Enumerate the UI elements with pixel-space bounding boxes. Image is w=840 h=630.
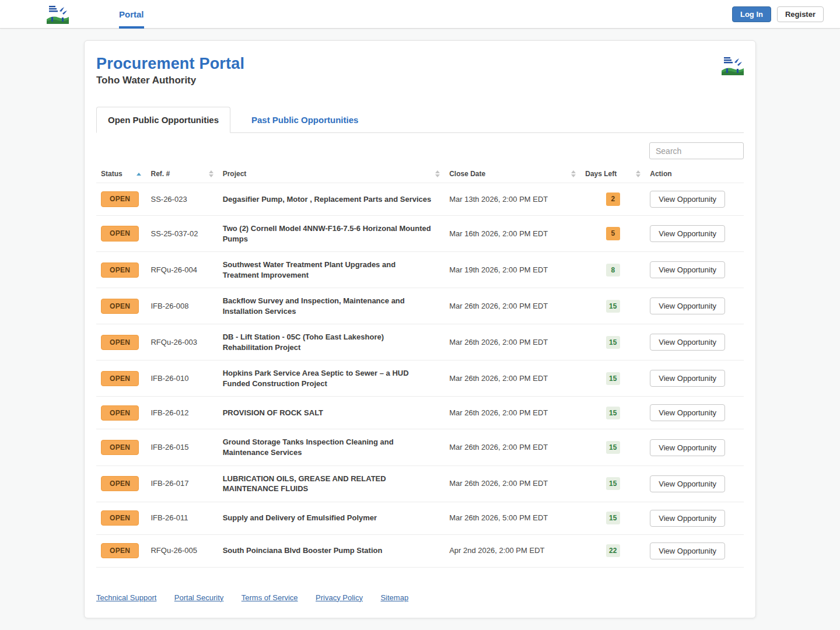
project-cell: Supply and Delivery of Emulsified Polyme… — [218, 502, 445, 534]
days-left-cell: 22 — [580, 534, 645, 567]
status-cell: OPEN — [96, 324, 146, 360]
view-opportunity-button[interactable]: View Opportunity — [650, 298, 725, 314]
sort-both-icon — [205, 170, 214, 177]
column-label: Ref. # — [150, 170, 170, 178]
opportunity-row: OPEN IFB-26-008 Backflow Survey and Insp… — [96, 288, 744, 324]
action-cell: View Opportunity — [645, 534, 744, 567]
status-badge: OPEN — [101, 191, 139, 206]
view-opportunity-button[interactable]: View Opportunity — [650, 439, 725, 456]
days-left-cell: 15 — [580, 288, 645, 324]
days-left-badge: 15 — [606, 512, 620, 524]
register-button[interactable]: Register — [777, 6, 824, 22]
view-opportunity-button[interactable]: View Opportunity — [650, 475, 725, 492]
footer-link-sitemap[interactable]: Sitemap — [380, 593, 408, 602]
project-cell: Degasifier Pump, Motor , Replacement Par… — [218, 183, 445, 216]
days-left-badge: 15 — [606, 372, 620, 385]
tab-past-public-opportunities[interactable]: Past Public Opportunities — [240, 107, 370, 133]
column-header-close-date[interactable]: Close Date — [444, 165, 580, 183]
page-subtitle: Toho Water Authority — [96, 75, 244, 86]
days-left-cell: 2 — [580, 183, 645, 216]
days-left-badge: 22 — [606, 544, 620, 557]
search-input[interactable] — [649, 142, 744, 159]
tab-open-public-opportunities[interactable]: Open Public Opportunities — [96, 107, 230, 133]
ref-number: SS-26-023 — [150, 195, 187, 204]
status-cell: OPEN — [96, 252, 146, 288]
status-badge: OPEN — [101, 510, 139, 526]
close-date: Mar 19th 2026, 2:00 PM EDT — [449, 265, 548, 274]
view-opportunity-button[interactable]: View Opportunity — [650, 261, 725, 278]
project-name: Southwest Water Treatment Plant Upgrades… — [223, 260, 396, 279]
days-left-cell: 15 — [580, 324, 645, 360]
nav-link-portal[interactable]: Portal — [119, 0, 144, 29]
top-navbar: Portal Log In Register — [0, 0, 840, 29]
opportunity-row: OPEN SS-25-037-02 Two (2) Cornell Model … — [96, 216, 744, 252]
column-header-project[interactable]: Project — [218, 165, 445, 183]
status-cell: OPEN — [96, 216, 146, 252]
project-name: Supply and Delivery of Emulsified Polyme… — [223, 513, 377, 522]
status-badge: OPEN — [101, 262, 139, 278]
footer-link-terms-of-service[interactable]: Terms of Service — [242, 593, 298, 602]
view-opportunity-button[interactable]: View Opportunity — [650, 404, 725, 421]
column-header-action: Action — [645, 165, 744, 183]
project-name: Two (2) Cornell Model 4NNW-F16-7.5-6 Hor… — [223, 224, 431, 243]
login-button[interactable]: Log In — [732, 6, 771, 22]
footer-link-technical-support[interactable]: Technical Support — [96, 593, 156, 602]
close-date: Mar 26th 2026, 2:00 PM EDT — [449, 374, 548, 383]
close-date-cell: Mar 26th 2026, 2:00 PM EDT — [444, 288, 580, 324]
opportunity-row: OPEN RFQu-26-005 South Poinciana Blvd Bo… — [96, 534, 744, 567]
toho-water-authority-logo[interactable] — [47, 4, 69, 24]
column-header-ref[interactable]: Ref. # — [146, 165, 218, 183]
opportunity-row: OPEN IFB-26-011 Supply and Delivery of E… — [96, 502, 744, 534]
project-name: PROVISION OF ROCK SALT — [223, 408, 323, 417]
close-date: Mar 26th 2026, 5:00 PM EDT — [449, 513, 548, 522]
column-label: Status — [101, 170, 123, 178]
view-opportunity-button[interactable]: View Opportunity — [650, 510, 725, 527]
column-header-status[interactable]: Status — [96, 165, 146, 183]
action-cell: View Opportunity — [645, 216, 744, 252]
status-cell: OPEN — [96, 466, 146, 502]
table-controls — [96, 142, 744, 159]
status-badge: OPEN — [101, 476, 139, 491]
view-opportunity-button[interactable]: View Opportunity — [650, 370, 725, 387]
ref-cell: RFQu-26-005 — [146, 534, 218, 567]
ref-number: RFQu-26-003 — [150, 338, 197, 346]
view-opportunity-button[interactable]: View Opportunity — [650, 191, 725, 208]
ref-cell: IFB-26-017 — [146, 466, 218, 502]
footer-link-privacy-policy[interactable]: Privacy Policy — [316, 593, 363, 602]
view-opportunity-button[interactable]: View Opportunity — [650, 225, 725, 242]
close-date: Apr 2nd 2026, 2:00 PM EDT — [449, 546, 544, 555]
close-date-cell: Mar 26th 2026, 5:00 PM EDT — [444, 502, 580, 534]
project-cell: Two (2) Cornell Model 4NNW-F16-7.5-6 Hor… — [218, 216, 445, 252]
status-cell: OPEN — [96, 502, 146, 534]
days-left-badge: 2 — [606, 192, 620, 205]
sort-both-icon — [632, 170, 640, 177]
status-badge: OPEN — [101, 226, 139, 241]
project-cell: Ground Storage Tanks Inspection Cleaning… — [218, 429, 445, 466]
status-cell: OPEN — [96, 183, 146, 216]
opportunity-row: OPEN RFQu-26-004 Southwest Water Treatme… — [96, 252, 744, 288]
action-cell: View Opportunity — [645, 360, 744, 397]
title-block: Procurement Portal Toho Water Authority — [96, 55, 244, 86]
ref-number: RFQu-26-005 — [150, 546, 197, 555]
ref-number: SS-25-037-02 — [150, 229, 198, 238]
close-date-cell: Mar 19th 2026, 2:00 PM EDT — [444, 252, 580, 288]
column-header-days-left[interactable]: Days Left — [580, 165, 645, 183]
close-date-cell: Mar 16th 2026, 2:00 PM EDT — [444, 216, 580, 252]
status-cell: OPEN — [96, 360, 146, 397]
days-left-cell: 15 — [580, 397, 645, 429]
table-header-row: Status Ref. # Project Close Date — [96, 165, 744, 183]
footer-link-portal-security[interactable]: Portal Security — [174, 593, 224, 602]
close-date-cell: Mar 26th 2026, 2:00 PM EDT — [444, 466, 580, 502]
close-date-cell: Mar 26th 2026, 2:00 PM EDT — [444, 360, 580, 397]
project-cell: PROVISION OF ROCK SALT — [218, 397, 445, 429]
page-title: Procurement Portal — [96, 55, 244, 73]
view-opportunity-button[interactable]: View Opportunity — [650, 334, 725, 351]
status-badge: OPEN — [101, 299, 139, 314]
view-opportunity-button[interactable]: View Opportunity — [650, 542, 725, 559]
close-date-cell: Mar 26th 2026, 2:00 PM EDT — [444, 429, 580, 466]
status-badge: OPEN — [101, 335, 139, 350]
days-left-badge: 15 — [606, 300, 620, 313]
close-date: Mar 26th 2026, 2:00 PM EDT — [449, 338, 548, 346]
ref-number: IFB-26-017 — [150, 479, 188, 488]
project-cell: South Poinciana Blvd Booster Pump Statio… — [218, 534, 445, 567]
